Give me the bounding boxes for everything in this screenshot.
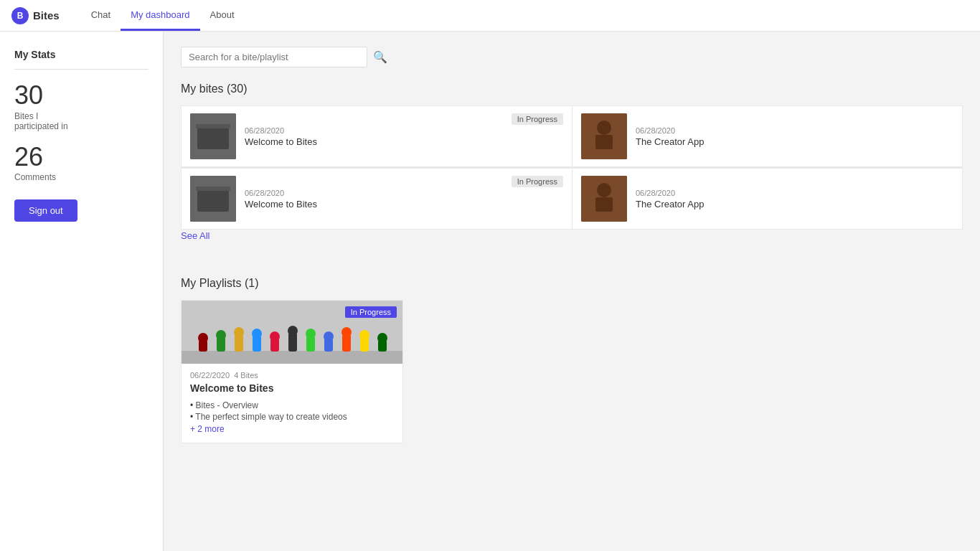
bite-thumbnail-2 <box>581 113 627 159</box>
svg-point-10 <box>597 183 611 197</box>
nav-link-about[interactable]: About <box>200 0 245 31</box>
playlist-badge: In Progress <box>345 306 397 318</box>
bite-date-2: 06/28/2020 <box>636 126 953 135</box>
playlist-more-link[interactable]: + 2 more <box>190 424 394 434</box>
sidebar-divider <box>14 69 149 70</box>
bite-date-4: 06/28/2020 <box>636 189 953 197</box>
search-icon: 🔍 <box>373 51 387 63</box>
bite-card-2[interactable]: 06/28/2020 The Creator App <box>572 105 963 167</box>
svg-rect-35 <box>378 340 387 352</box>
bite-badge-1: In Progress <box>512 113 563 125</box>
playlist-item-1: Bites - Overview <box>190 400 394 411</box>
nav-links: Chat My dashboard About <box>81 0 245 31</box>
bite-thumbnail-3 <box>190 176 236 222</box>
svg-rect-5 <box>595 135 613 149</box>
nav-brand: Bites <box>33 9 60 22</box>
my-bites-title: My bites (30) <box>181 83 963 95</box>
svg-rect-8 <box>196 187 230 191</box>
bite-card-4[interactable]: 06/28/2020 The Creator App <box>572 168 963 230</box>
bite-title-1: Welcome to Bites <box>245 136 563 147</box>
sign-out-button[interactable]: Sign out <box>14 199 77 222</box>
playlist-items: Bites - Overview The perfect simple way … <box>190 400 394 423</box>
nav-logo: B Bites <box>11 7 74 24</box>
svg-rect-15 <box>199 340 207 352</box>
playlist-item-2: The perfect simple way to create videos <box>190 411 394 423</box>
bite-info-4: 06/28/2020 The Creator App <box>636 189 953 209</box>
svg-rect-21 <box>253 336 261 352</box>
svg-rect-27 <box>306 336 315 352</box>
playlist-card-1[interactable]: In Progress 06/22/2020 4 Bites Welcome t… <box>181 300 403 443</box>
bite-title-3: Welcome to Bites <box>245 199 563 209</box>
svg-rect-23 <box>270 339 279 352</box>
bites-row-1: 06/28/2020 Welcome to Bites In Progress … <box>181 105 963 167</box>
playlist-meta: 06/22/2020 4 Bites <box>190 371 394 380</box>
bite-card-3[interactable]: 06/28/2020 Welcome to Bites In Progress <box>181 168 572 230</box>
nav-link-chat[interactable]: Chat <box>81 0 121 31</box>
svg-rect-7 <box>197 190 229 212</box>
page-layout: My Stats 30 Bites Iparticipated in 26 Co… <box>0 32 980 551</box>
svg-rect-1 <box>197 128 229 149</box>
bites-row-2: 06/28/2020 Welcome to Bites In Progress … <box>181 167 963 230</box>
search-bar: 🔍 <box>181 46 963 68</box>
playlist-thumbnail: In Progress <box>182 301 402 364</box>
bite-title-2: The Creator App <box>636 136 953 147</box>
bite-info-3: 06/28/2020 Welcome to Bites <box>245 189 563 209</box>
see-all-link[interactable]: See All <box>181 230 209 241</box>
logo-icon: B <box>11 7 29 24</box>
bite-title-4: The Creator App <box>636 199 953 209</box>
svg-point-4 <box>597 121 611 135</box>
svg-rect-17 <box>217 337 225 352</box>
svg-rect-25 <box>288 333 297 352</box>
bite-info-2: 06/28/2020 The Creator App <box>636 126 953 147</box>
playlist-title: Welcome to Bites <box>190 382 394 394</box>
main-content: 🔍 My bites (30) 06/28/2020 Welcome to Bi… <box>164 32 980 551</box>
bite-card-1[interactable]: 06/28/2020 Welcome to Bites In Progress <box>181 105 572 167</box>
nav-link-my-dashboard[interactable]: My dashboard <box>121 0 199 31</box>
playlist-card-body: 06/22/2020 4 Bites Welcome to Bites Bite… <box>182 364 402 443</box>
comments-count: 26 <box>14 143 149 171</box>
bite-thumbnail-1 <box>190 113 236 159</box>
search-input[interactable] <box>181 47 367 67</box>
search-button[interactable]: 🔍 <box>367 46 393 68</box>
playlists-section: My Playlists (1) <box>181 277 963 443</box>
bite-date-3: 06/28/2020 <box>245 189 563 197</box>
top-nav: B Bites Chat My dashboard About <box>0 0 980 32</box>
bites-count: 30 <box>14 81 149 110</box>
bites-label: Bites Iparticipated in <box>14 111 149 131</box>
svg-rect-2 <box>196 124 230 128</box>
svg-rect-19 <box>235 334 243 352</box>
svg-rect-31 <box>342 334 351 352</box>
comments-label: Comments <box>14 172 149 182</box>
sidebar: My Stats 30 Bites Iparticipated in 26 Co… <box>0 32 164 551</box>
bite-thumbnail-4 <box>581 176 627 222</box>
svg-rect-13 <box>182 351 402 364</box>
svg-rect-11 <box>595 197 613 212</box>
bite-date-1: 06/28/2020 <box>245 126 563 135</box>
svg-rect-29 <box>324 339 333 352</box>
bite-badge-3: In Progress <box>512 176 563 187</box>
svg-rect-33 <box>360 337 369 352</box>
playlists-title: My Playlists (1) <box>181 277 963 290</box>
bite-info-1: 06/28/2020 Welcome to Bites <box>245 126 563 147</box>
sidebar-title: My Stats <box>14 49 149 60</box>
